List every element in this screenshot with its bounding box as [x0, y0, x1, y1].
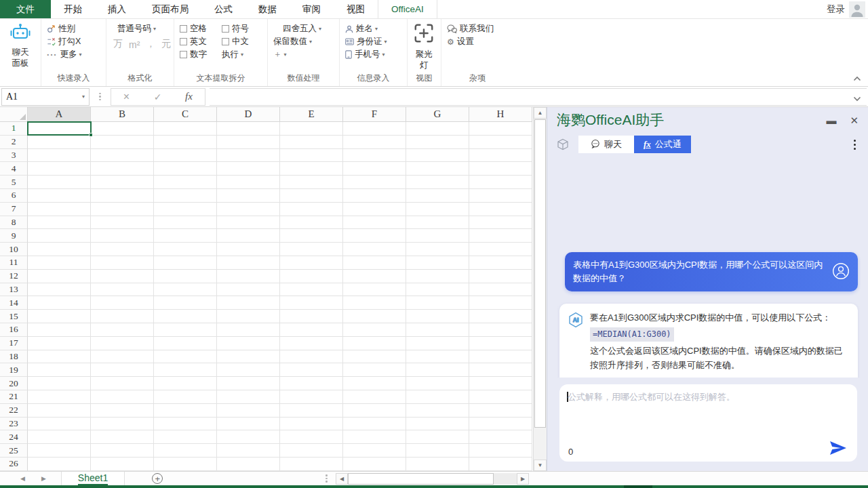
cell-H1[interactable]: [469, 122, 532, 136]
cell-F9[interactable]: [343, 229, 406, 243]
row-header-15[interactable]: 15: [0, 310, 28, 323]
column-header-B[interactable]: B: [91, 107, 154, 122]
cell-C17[interactable]: [154, 337, 217, 350]
cell-D21[interactable]: [217, 390, 280, 404]
vertical-scroll-thumb[interactable]: [534, 119, 546, 428]
round-dropdown[interactable]: 四舍五入▾: [273, 22, 334, 35]
row-header-8[interactable]: 8: [0, 216, 28, 230]
cell-E11[interactable]: [280, 256, 343, 270]
cell-G11[interactable]: [406, 256, 469, 270]
cube-icon[interactable]: [557, 138, 569, 150]
cell-F25[interactable]: [343, 444, 406, 458]
cell-D11[interactable]: [217, 256, 280, 270]
checkbox-space[interactable]: 空格: [180, 22, 219, 35]
tab-view[interactable]: 视图: [334, 0, 378, 18]
row-header-25[interactable]: 25: [0, 444, 28, 458]
cell-D16[interactable]: [217, 323, 280, 337]
cell-F19[interactable]: [343, 363, 406, 377]
column-header-F[interactable]: F: [343, 107, 406, 122]
spotlight-button[interactable]: 聚光灯: [410, 22, 437, 71]
cell-C14[interactable]: [154, 296, 217, 310]
cell-C11[interactable]: [154, 256, 217, 270]
cell-D22[interactable]: [217, 404, 280, 418]
scrollbar-resize-handle[interactable]: [326, 474, 328, 483]
cell-E19[interactable]: [280, 363, 343, 377]
cell-B12[interactable]: [91, 270, 154, 283]
cell-G1[interactable]: [406, 122, 469, 136]
cell-A9[interactable]: [28, 229, 91, 243]
cell-H17[interactable]: [469, 337, 532, 350]
cell-D26[interactable]: [217, 458, 280, 471]
cell-E23[interactable]: [280, 418, 343, 431]
cell-C21[interactable]: [154, 390, 217, 404]
tab-chat[interactable]: 聊天: [578, 136, 634, 153]
cell-E5[interactable]: [280, 176, 343, 189]
file-tab[interactable]: 文件: [0, 0, 51, 18]
cell-H2[interactable]: [469, 136, 532, 149]
cell-D4[interactable]: [217, 162, 280, 176]
login-button[interactable]: 登录: [827, 3, 849, 16]
confirm-entry-button[interactable]: ✓: [142, 92, 174, 102]
cell-G26[interactable]: [406, 458, 469, 471]
cell-E26[interactable]: [280, 458, 343, 471]
scroll-down-button[interactable]: ▼: [534, 460, 547, 471]
cell-G3[interactable]: [406, 149, 469, 163]
cell-F14[interactable]: [343, 296, 406, 310]
cell-C12[interactable]: [154, 270, 217, 283]
row-header-9[interactable]: 9: [0, 229, 28, 243]
cell-H11[interactable]: [469, 256, 532, 270]
cell-H5[interactable]: [469, 176, 532, 189]
column-header-C[interactable]: C: [154, 107, 217, 122]
cell-A26[interactable]: [28, 458, 91, 471]
cell-A22[interactable]: [28, 404, 91, 418]
cell-C1[interactable]: [154, 122, 217, 136]
row-header-5[interactable]: 5: [0, 176, 28, 189]
cell-E14[interactable]: [280, 296, 343, 310]
cell-B1[interactable]: [91, 122, 154, 136]
cell-D18[interactable]: [217, 350, 280, 364]
cell-C5[interactable]: [154, 176, 217, 189]
cell-C18[interactable]: [154, 350, 217, 364]
name-box[interactable]: A1 ▾: [1, 88, 90, 106]
cell-F22[interactable]: [343, 404, 406, 418]
cell-A4[interactable]: [28, 162, 91, 176]
cell-B8[interactable]: [91, 216, 154, 230]
formula-code[interactable]: =MEDIAN(A1:G300): [590, 327, 674, 342]
cell-D1[interactable]: [217, 122, 280, 136]
cell-B2[interactable]: [91, 136, 154, 149]
row-header-3[interactable]: 3: [0, 149, 28, 163]
chat-panel-button[interactable]: 聊天面板: [5, 23, 35, 69]
cell-A20[interactable]: [28, 377, 91, 390]
cell-E25[interactable]: [280, 444, 343, 458]
row-header-7[interactable]: 7: [0, 203, 28, 216]
scroll-right-button[interactable]: ▶: [517, 473, 529, 485]
cell-C3[interactable]: [154, 149, 217, 163]
cell-A5[interactable]: [28, 176, 91, 189]
cell-D23[interactable]: [217, 418, 280, 431]
cell-G21[interactable]: [406, 390, 469, 404]
cell-G23[interactable]: [406, 418, 469, 431]
cell-B3[interactable]: [91, 149, 154, 163]
cell-E6[interactable]: [280, 189, 343, 203]
cell-G19[interactable]: [406, 363, 469, 377]
cell-D20[interactable]: [217, 377, 280, 390]
cell-E22[interactable]: [280, 404, 343, 418]
cell-E18[interactable]: [280, 350, 343, 364]
user-avatar-icon[interactable]: [849, 1, 865, 18]
cell-G5[interactable]: [406, 176, 469, 189]
cell-F2[interactable]: [343, 136, 406, 149]
cell-A7[interactable]: [28, 203, 91, 216]
cell-E3[interactable]: [280, 149, 343, 163]
cell-F8[interactable]: [343, 216, 406, 230]
cell-F17[interactable]: [343, 337, 406, 350]
cell-B24[interactable]: [91, 430, 154, 444]
cell-F18[interactable]: [343, 350, 406, 364]
cell-D9[interactable]: [217, 229, 280, 243]
cell-F15[interactable]: [343, 310, 406, 323]
row-header-20[interactable]: 20: [0, 377, 28, 390]
cell-B6[interactable]: [91, 189, 154, 203]
cell-B13[interactable]: [91, 283, 154, 297]
contact-us-button[interactable]: 联系我们: [447, 22, 508, 35]
row-header-6[interactable]: 6: [0, 189, 28, 203]
cell-G25[interactable]: [406, 444, 469, 458]
